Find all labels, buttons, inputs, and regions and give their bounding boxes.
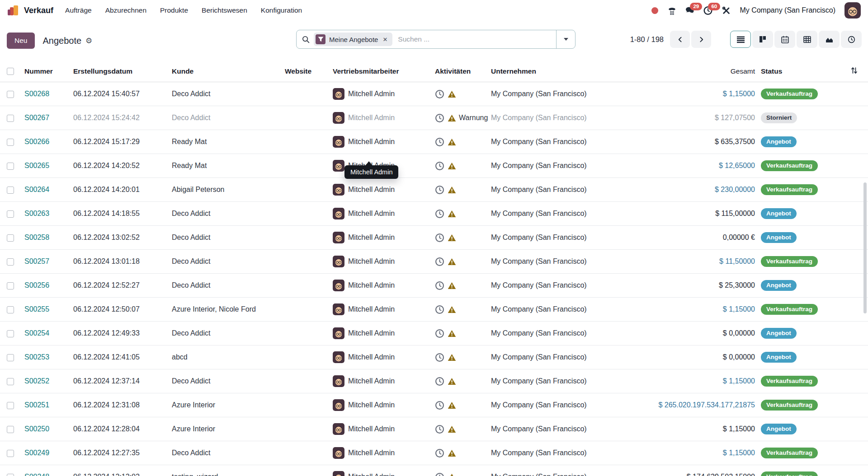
activity-clock-icon[interactable]	[435, 281, 444, 290]
row-checkbox[interactable]	[0, 186, 20, 194]
table-row[interactable]: S00268 06.12.2024 15:40:57 Deco Addict M…	[0, 82, 868, 106]
activity-cell[interactable]	[432, 377, 488, 386]
activity-cell[interactable]	[432, 185, 488, 195]
activity-cell[interactable]	[432, 448, 488, 458]
activity-cell[interactable]	[432, 233, 488, 243]
row-checkbox[interactable]	[0, 473, 20, 476]
table-row[interactable]: S00267 06.12.2024 15:24:42 Deco Addict M…	[0, 106, 868, 130]
user-avatar[interactable]	[844, 2, 861, 19]
order-number-link[interactable]: S00257	[20, 257, 71, 266]
table-row[interactable]: S00251 06.12.2024 12:31:08 Azure Interio…	[0, 393, 868, 417]
vertical-scrollbar[interactable]	[863, 182, 867, 313]
activity-cell[interactable]	[432, 137, 488, 147]
order-number-link[interactable]: S00258	[20, 233, 71, 242]
header-unternehmen[interactable]: Unternehmen	[488, 67, 641, 75]
row-checkbox[interactable]	[0, 210, 20, 218]
remove-facet-icon[interactable]: ✕	[382, 36, 388, 43]
menu-berichtswesen[interactable]: Berichtswesen	[202, 6, 247, 14]
activity-clock-icon[interactable]	[435, 377, 444, 386]
activity-cell[interactable]	[432, 329, 488, 338]
activity-cell[interactable]	[432, 401, 488, 410]
order-number-link[interactable]: S00255	[20, 305, 71, 313]
order-number-link[interactable]: S00265	[20, 162, 71, 170]
gear-icon[interactable]: ⚙	[85, 37, 92, 45]
order-number-link[interactable]: S00256	[20, 281, 71, 289]
table-row[interactable]: S00265 06.12.2024 14:20:52 Ready Mat Mit…	[0, 154, 868, 178]
row-checkbox[interactable]	[0, 401, 20, 409]
row-checkbox[interactable]	[0, 162, 20, 170]
order-number-link[interactable]: S00252	[20, 377, 71, 385]
optional-columns-toggle[interactable]	[835, 67, 868, 76]
pager-previous-button[interactable]	[670, 31, 690, 48]
view-graph-button[interactable]	[819, 31, 840, 48]
header-aktivitaeten[interactable]: Aktivitäten	[432, 67, 488, 75]
activity-cell[interactable]	[432, 472, 488, 476]
activity-cell[interactable]	[432, 353, 488, 362]
activity-clock-icon[interactable]	[435, 353, 444, 362]
row-checkbox[interactable]	[0, 281, 20, 289]
activity-clock-icon[interactable]	[435, 448, 444, 458]
table-row[interactable]: S00258 06.12.2024 13:02:52 Deco Addict M…	[0, 226, 868, 250]
view-activity-button[interactable]	[841, 31, 862, 48]
row-checkbox[interactable]	[0, 138, 20, 146]
table-row[interactable]: S00266 06.12.2024 15:17:29 Ready Mat Mit…	[0, 130, 868, 154]
search-facet[interactable]: Meine Angebote ✕	[314, 33, 392, 46]
activity-cell[interactable]	[432, 281, 488, 290]
row-checkbox[interactable]	[0, 425, 20, 433]
order-number-link[interactable]: S00253	[20, 353, 71, 361]
activity-cell[interactable]	[432, 305, 488, 314]
tools-icon[interactable]	[722, 6, 731, 15]
header-website[interactable]: Website	[283, 67, 331, 75]
order-number-link[interactable]: S00268	[20, 90, 71, 98]
pager-next-button[interactable]	[691, 31, 711, 48]
activity-clock-icon[interactable]	[435, 425, 444, 434]
activity-cell[interactable]	[432, 209, 488, 219]
order-number-link[interactable]: S00249	[20, 449, 71, 457]
header-vertriebsmitarbeiter[interactable]: Vertriebsmitarbeiter	[331, 67, 432, 75]
activity-cell[interactable]	[432, 161, 488, 171]
row-checkbox[interactable]	[0, 114, 20, 122]
order-number-link[interactable]: S00254	[20, 329, 71, 337]
row-checkbox[interactable]	[0, 449, 20, 457]
order-number-link[interactable]: S00251	[20, 401, 71, 409]
header-status[interactable]: Status	[755, 67, 835, 75]
table-row[interactable]: S00254 06.12.2024 12:49:33 Deco Addict M…	[0, 322, 868, 345]
header-gesamt[interactable]: Gesamt	[641, 67, 755, 75]
search-bar[interactable]: Meine Angebote ✕ Suchen ...	[296, 30, 576, 49]
activity-clock-icon[interactable]	[435, 472, 444, 476]
activity-clock-icon[interactable]	[435, 329, 444, 338]
table-row[interactable]: S00252 06.12.2024 12:37:14 Deco Addict M…	[0, 369, 868, 393]
order-number-link[interactable]: S00250	[20, 425, 71, 433]
row-checkbox[interactable]	[0, 305, 20, 313]
activity-cell[interactable]	[432, 89, 488, 99]
search-input[interactable]: Suchen ...	[398, 35, 556, 43]
table-row[interactable]: S00257 06.12.2024 13:01:18 Deco Addict M…	[0, 250, 868, 274]
chat-icon[interactable]: 29	[685, 6, 694, 15]
activity-clock-icon[interactable]	[435, 401, 444, 410]
menu-konfiguration[interactable]: Konfiguration	[261, 6, 302, 14]
table-row[interactable]: S00249 06.12.2024 12:27:35 Deco Addict M…	[0, 441, 868, 465]
activity-cell[interactable]	[432, 257, 488, 266]
menu-abzurechnen[interactable]: Abzurechnen	[105, 6, 146, 14]
menu-produkte[interactable]: Produkte	[160, 6, 188, 14]
activity-clock-icon[interactable]	[435, 137, 444, 147]
app-name[interactable]: Verkauf	[24, 6, 53, 15]
order-number-link[interactable]: S00263	[20, 210, 71, 218]
table-row[interactable]: S00264 06.12.2024 14:20:01 Abigail Peter…	[0, 178, 868, 202]
row-checkbox[interactable]	[0, 257, 20, 266]
row-checkbox[interactable]	[0, 329, 20, 337]
activity-clock-icon[interactable]	[435, 305, 444, 314]
row-checkbox[interactable]	[0, 233, 20, 242]
view-kanban-button[interactable]	[752, 31, 773, 48]
order-number-link[interactable]: S00266	[20, 138, 71, 146]
table-row[interactable]: S00250 06.12.2024 12:28:04 Azure Interio…	[0, 417, 868, 441]
header-erstellungsdatum[interactable]: Erstellungsdatum	[71, 67, 170, 75]
table-row[interactable]: S00248 06.12.2024 12:12:02 testing_wizar…	[0, 465, 868, 476]
new-button[interactable]: Neu	[7, 33, 35, 49]
view-list-button[interactable]	[730, 31, 751, 48]
activity-clock-icon[interactable]	[435, 89, 444, 99]
row-checkbox[interactable]	[0, 377, 20, 385]
row-checkbox[interactable]	[0, 90, 20, 98]
view-calendar-button[interactable]	[774, 31, 795, 48]
row-checkbox[interactable]	[0, 353, 20, 361]
